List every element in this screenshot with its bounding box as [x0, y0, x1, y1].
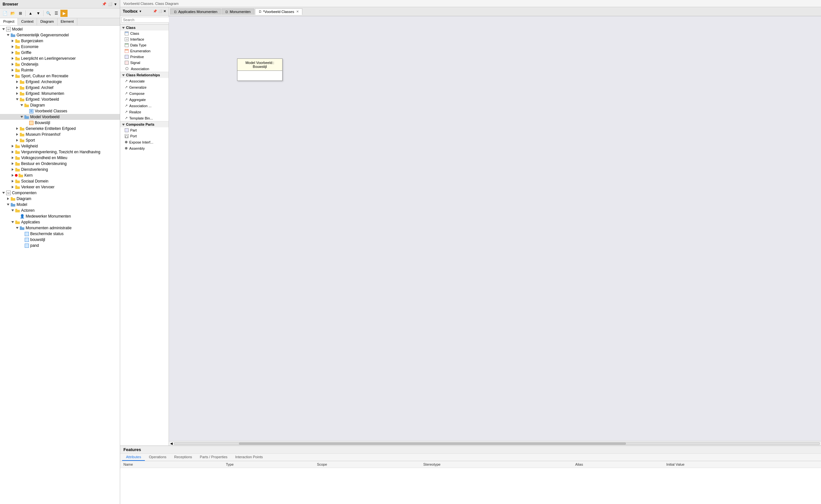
tree-item-archi[interactable]: Erfgoed: Archief — [0, 85, 120, 91]
toolbox-item-data-type[interactable]: Data Type — [120, 42, 169, 48]
tree-item-grif[interactable]: Griffie — [0, 50, 120, 56]
toolbox-section-class-relationships[interactable]: Class Relationships — [120, 72, 169, 78]
tree-toggle-best[interactable] — [10, 162, 15, 165]
toolbox-item-association-...[interactable]: ↗Association ... — [120, 103, 169, 109]
toolbox-item-generalize[interactable]: ↗Generalize — [120, 84, 169, 90]
tree-toggle-diag[interactable] — [19, 104, 24, 106]
tree-toggle-leer[interactable] — [10, 57, 15, 60]
tab-close-icon[interactable]: ✕ — [296, 10, 299, 13]
toolbox-item-signal[interactable]: Signal — [120, 60, 169, 66]
tree-toggle-vb[interactable] — [15, 98, 19, 100]
tree-item-ruim[interactable]: Ruimte — [0, 67, 120, 73]
toolbox-section-class[interactable]: Class — [120, 24, 169, 31]
toolbox-expand-icon[interactable]: ⬜ — [158, 9, 162, 13]
tree-item-sprt[interactable]: Sport — [0, 137, 120, 143]
class-box-bouwstijl[interactable]: Model Voorbeeld::Bouwstijl — [237, 58, 283, 81]
toolbox-item-primitive[interactable]: Primitive — [120, 54, 169, 60]
toolbox-section-composite-parts[interactable]: Composite Parts — [120, 121, 169, 127]
tree-item-best[interactable]: Bestuur en Ondersteuning — [0, 161, 120, 167]
tree-item-gem[interactable]: Gemeentelijk Gegevensmodel — [0, 32, 120, 38]
toolbox-close-icon[interactable]: ✕ — [163, 9, 166, 13]
tree-item-acto[interactable]: Actoren — [0, 208, 120, 213]
scroll-left-btn[interactable]: ◀ — [170, 442, 173, 445]
tab-monumenten[interactable]: 🗋 Monumenten — [221, 8, 254, 15]
tree-item-leer[interactable]: Leerplicht en Leerlingenvervoer — [0, 56, 120, 61]
open-button[interactable]: 📂 — [9, 10, 16, 17]
tree-toggle-grif[interactable] — [10, 51, 15, 54]
tree-toggle-spcu[interactable] — [10, 75, 15, 77]
tree-toggle-acto[interactable] — [10, 209, 15, 211]
tree-toggle-sprt[interactable] — [15, 139, 19, 142]
tree-toggle-verg[interactable] — [10, 151, 15, 153]
features-tab-operations[interactable]: Operations — [145, 454, 170, 461]
toolbox-pin-icon[interactable]: 📌 — [153, 9, 157, 13]
tree-item-mapl[interactable]: Monumenten administratie — [0, 225, 120, 231]
tree-item-appl[interactable]: Applicaties — [0, 219, 120, 225]
toolbox-item-assembly[interactable]: ⊗Assembly — [120, 145, 169, 151]
tree-toggle-mon[interactable] — [15, 92, 19, 95]
toolbox-item-aggregate[interactable]: ↗Aggregate — [120, 96, 169, 103]
tree-item-bwst2[interactable]: bouwstijl — [0, 237, 120, 243]
tree-toggle-verk[interactable] — [10, 186, 15, 188]
tab-element[interactable]: Element — [57, 18, 77, 25]
tree-item-cmod[interactable]: Model — [0, 202, 120, 208]
tree-toggle-burg[interactable] — [10, 40, 15, 42]
features-tab-attributes[interactable]: Attributes — [122, 454, 145, 461]
tree-item-pand[interactable]: pand — [0, 243, 120, 248]
toolbox-item-class[interactable]: Class — [120, 31, 169, 36]
tree-toggle-econ[interactable] — [10, 45, 15, 48]
toolbox-item-expose-interf...[interactable]: ⊕Expose Interf... — [120, 139, 169, 145]
toolbox-item-port[interactable]: ◻Port — [120, 133, 169, 139]
tree-item-muse[interactable]: Museum Prinsenhof — [0, 132, 120, 137]
grid-button[interactable]: ⊞ — [17, 10, 24, 17]
tree-toggle-arch[interactable] — [15, 81, 19, 83]
tree-toggle-appl[interactable] — [10, 221, 15, 223]
tree-toggle-comp[interactable] — [1, 192, 6, 194]
up-button[interactable]: ▲ — [27, 10, 34, 17]
tree-item-comp[interactable]: MComponenten — [0, 190, 120, 196]
toolbox-item-interface[interactable]: ◇Interface — [120, 36, 169, 42]
tree-item-gent[interactable]: Generieke Entiteiten Erfgoed — [0, 126, 120, 132]
hamburger-button[interactable]: ☰ — [53, 10, 60, 17]
tab-voorbeeld-classes[interactable]: 🗋 *Voorbeeld Classes ✕ — [255, 8, 302, 15]
toolbox-item-compose[interactable]: ↗Compose — [120, 90, 169, 96]
tree-item-volk[interactable]: Volksgezondheid en Milieu — [0, 155, 120, 161]
toolbox-item-part[interactable]: Part — [120, 127, 169, 133]
tree-toggle-model[interactable] — [1, 28, 6, 30]
tree-toggle-mvb[interactable] — [19, 116, 24, 118]
toolbox-item-template-bin...[interactable]: ↗Template Bin... — [120, 115, 169, 121]
down-button[interactable]: ▼ — [35, 10, 42, 17]
canvas-main[interactable]: Model Voorbeeld::Bouwstijl — [169, 16, 821, 441]
tab-diagram[interactable]: Diagram — [37, 18, 57, 25]
tree-item-mvb[interactable]: Model Voorbeeld — [0, 114, 120, 120]
tree-toggle-veil[interactable] — [10, 145, 15, 147]
arrow-right-button[interactable]: ▶ — [60, 10, 68, 17]
tree-toggle-cdiag[interactable] — [6, 197, 10, 200]
tree-toggle-kern[interactable] — [10, 174, 15, 177]
tree-toggle-muse[interactable] — [15, 133, 19, 136]
tree-item-vb[interactable]: Erfgoed: Voorbeeld — [0, 96, 120, 102]
tree-item-spcu[interactable]: Sport, Cultuur en Recreatie — [0, 73, 120, 79]
tree-item-medm[interactable]: 👤Medewerker Monumenten — [0, 213, 120, 219]
tree-toggle-onde[interactable] — [10, 63, 15, 66]
tree-toggle-gem[interactable] — [6, 34, 10, 36]
expand-icon[interactable]: ⬜ — [108, 2, 112, 6]
toolbox-item-associate[interactable]: ↗Associate — [120, 78, 169, 84]
features-tab-parts[interactable]: Parts / Properties — [196, 454, 231, 461]
tab-applicaties-monumenten[interactable]: 🗋 Applicaties Monumenten — [170, 8, 221, 15]
tree-item-verk[interactable]: Verkeer en Vervoer — [0, 184, 120, 190]
tree-item-besc[interactable]: Beschermde status — [0, 231, 120, 237]
tree-item-mon[interactable]: Erfgoed: Monumenten — [0, 91, 120, 96]
features-tab-receptions[interactable]: Receptions — [170, 454, 196, 461]
tree-item-cdiag[interactable]: Diagram — [0, 196, 120, 202]
tree-item-bwst[interactable]: Bouwstijl — [0, 120, 120, 126]
tree-toggle-ruim[interactable] — [10, 69, 15, 71]
tree-item-arch[interactable]: Erfgoed: Archeologie — [0, 79, 120, 85]
toolbox-item-enumeration[interactable]: Enumeration — [120, 48, 169, 54]
tree-toggle-volk[interactable] — [10, 157, 15, 159]
tree-toggle-mapl[interactable] — [15, 227, 19, 229]
toolbox-search-input[interactable] — [121, 17, 170, 23]
tree-toggle-dien[interactable] — [10, 168, 15, 171]
tree-toggle-cmod[interactable] — [6, 204, 10, 206]
features-tab-interaction[interactable]: Interaction Points — [231, 454, 267, 461]
